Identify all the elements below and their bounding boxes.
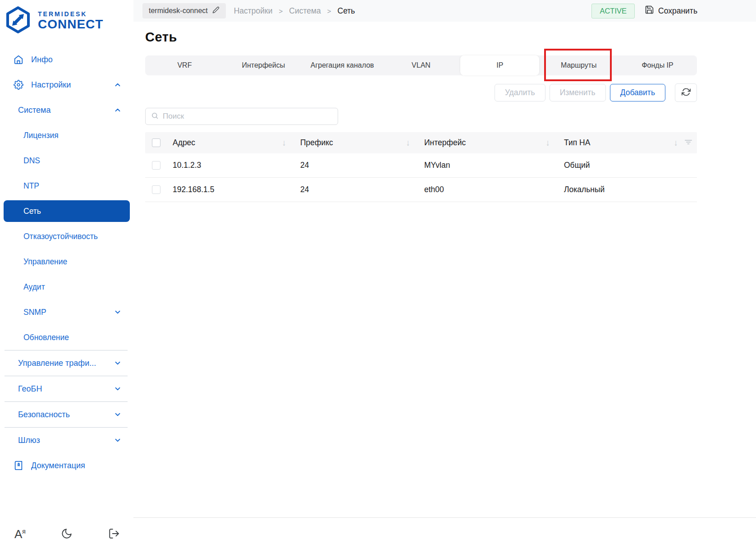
- sidebar-item-settings[interactable]: Настройки: [0, 72, 133, 97]
- tab-ip-pools[interactable]: Фонды IP: [618, 55, 697, 75]
- sidebar-item-snmp[interactable]: SNMP: [0, 300, 133, 325]
- tab-routes[interactable]: Маршруты: [539, 55, 618, 75]
- sidebar-item-dns[interactable]: DNS: [0, 148, 133, 173]
- breadcrumb-system[interactable]: Система: [289, 6, 321, 16]
- sidebar-item-label: Инфо: [31, 55, 53, 65]
- tab-ip[interactable]: IP: [460, 55, 539, 75]
- tab-interfaces[interactable]: Интерфейсы: [224, 55, 303, 75]
- brand-line1: TERMIDESK: [38, 11, 103, 18]
- language-icon: Aя: [14, 527, 26, 541]
- sidebar-item-traffic[interactable]: Управление трафи...: [0, 350, 133, 376]
- table-row[interactable]: 10.1.2.3 24 MYvlan Общий: [145, 153, 697, 178]
- sidebar-item-gateway[interactable]: Шлюз: [0, 428, 133, 453]
- breadcrumb-separator: >: [279, 7, 283, 15]
- breadcrumb: Настройки > Система > Сеть: [234, 6, 355, 16]
- page-title: Сеть: [145, 30, 697, 45]
- brand-text: TERMIDESK CONNECT: [38, 11, 103, 31]
- tab-bar: VRF Интерфейсы Агрегация каналов VLAN IP…: [145, 55, 697, 75]
- tab-link-aggregation[interactable]: Агрегация каналов: [303, 55, 382, 75]
- sidebar-item-label: Управление: [23, 257, 67, 267]
- tab-vlan[interactable]: VLAN: [382, 55, 461, 75]
- sidebar-item-label: Отказоустойчивость: [23, 232, 98, 241]
- sidebar-item-system[interactable]: Система: [0, 97, 133, 123]
- sidebar-footer: Aя: [0, 527, 133, 553]
- sidebar-item-label: ГеоБН: [18, 384, 42, 394]
- hostname-chip[interactable]: termidesk-connect: [142, 3, 226, 18]
- sidebar-item-label: DNS: [23, 156, 40, 166]
- sidebar-item-label: Сеть: [23, 207, 41, 216]
- sort-arrow-icon[interactable]: ↓: [406, 138, 411, 148]
- chevron-down-icon: [114, 410, 122, 419]
- cell-prefix: 24: [294, 161, 418, 170]
- sidebar-item-management[interactable]: Управление: [0, 249, 133, 274]
- termidesk-hexagon-icon: [4, 5, 32, 36]
- sidebar-item-documentation[interactable]: Документация: [0, 453, 133, 478]
- breadcrumb-network: Сеть: [338, 6, 355, 16]
- row-checkbox[interactable]: [152, 185, 160, 194]
- sidebar-item-info[interactable]: Инфо: [0, 47, 133, 72]
- delete-button[interactable]: Удалить: [495, 84, 545, 101]
- sidebar-item-update[interactable]: Обновление: [0, 325, 133, 350]
- chevron-down-icon: [114, 359, 122, 367]
- brand-logo[interactable]: TERMIDESK CONNECT: [0, 4, 133, 41]
- table-row[interactable]: 192.168.1.5 24 eth00 Локальный: [145, 178, 697, 202]
- search-input[interactable]: [163, 112, 332, 121]
- sort-arrow-icon[interactable]: ↓: [674, 138, 678, 148]
- sidebar-item-label: Система: [18, 106, 51, 115]
- gear-icon: [14, 80, 24, 90]
- refresh-button[interactable]: [675, 83, 697, 102]
- sidebar-item-failover[interactable]: Отказоустойчивость: [0, 224, 133, 249]
- tabs-wrap: VRF Интерфейсы Агрегация каналов VLAN IP…: [145, 55, 697, 75]
- sidebar-item-label: Шлюз: [18, 436, 40, 445]
- search-icon: [151, 112, 159, 121]
- tab-vrf[interactable]: VRF: [145, 55, 224, 75]
- breadcrumb-separator: >: [327, 7, 331, 15]
- topbar: termidesk-connect Настройки > Система > …: [133, 0, 756, 22]
- cell-interface: MYvlan: [418, 161, 558, 170]
- cell-interface: eth00: [418, 185, 558, 194]
- search-box: [145, 108, 338, 125]
- chevron-down-icon: [114, 436, 122, 444]
- chevron-up-icon: [114, 81, 122, 89]
- sidebar-item-label: Настройки: [31, 80, 71, 90]
- logout-button[interactable]: [108, 528, 120, 541]
- row-checkbox[interactable]: [152, 161, 160, 170]
- dark-mode-button[interactable]: [61, 528, 73, 541]
- edit-button[interactable]: Изменить: [550, 84, 606, 101]
- moon-icon: [61, 528, 73, 541]
- sidebar-item-label: SNMP: [23, 308, 46, 317]
- sidebar-item-security[interactable]: Безопасность: [0, 402, 133, 427]
- refresh-icon: [682, 88, 691, 98]
- cell-ha-type: Общий: [558, 161, 697, 170]
- cell-address: 10.1.2.3: [167, 161, 294, 170]
- save-button[interactable]: Сохранить: [645, 5, 697, 17]
- sort-arrow-icon[interactable]: ↓: [546, 138, 550, 148]
- language-toggle-button[interactable]: Aя: [14, 527, 26, 541]
- status-badge: ACTIVE: [591, 4, 635, 18]
- sidebar-item-label: Обновление: [23, 333, 69, 342]
- sidebar-item-label: Лицензия: [23, 131, 59, 140]
- sidebar-item-ntp[interactable]: NTP: [0, 173, 133, 198]
- select-all-checkbox[interactable]: [152, 138, 160, 147]
- hostname-label: termidesk-connect: [149, 7, 208, 15]
- sidebar-item-license[interactable]: Лицензия: [0, 123, 133, 148]
- add-button[interactable]: Добавить: [610, 84, 665, 101]
- sidebar-item-geobn[interactable]: ГеоБН: [0, 376, 133, 401]
- edit-pencil-icon: [212, 6, 220, 15]
- sidebar-item-audit[interactable]: Аудит: [0, 274, 133, 300]
- logout-icon: [108, 528, 120, 541]
- breadcrumb-settings[interactable]: Настройки: [234, 6, 273, 16]
- sidebar-item-label: Документация: [31, 461, 85, 470]
- column-header-address: Адрес: [173, 138, 195, 147]
- brand-line2: CONNECT: [38, 18, 103, 31]
- save-floppy-icon: [645, 5, 654, 17]
- sidebar-menu: Инфо Настройки Система Лицензия: [0, 47, 133, 478]
- save-label: Сохранить: [658, 6, 697, 16]
- topbar-right: ACTIVE Сохранить: [591, 4, 697, 18]
- sidebar-item-network[interactable]: Сеть: [4, 200, 130, 222]
- table-actions: Удалить Изменить Добавить: [145, 83, 697, 102]
- filter-icon[interactable]: [684, 138, 692, 147]
- sort-arrow-icon[interactable]: ↓: [282, 138, 287, 148]
- column-header-interface: Интерфейс: [424, 138, 466, 147]
- content-bottom-border: [133, 517, 756, 518]
